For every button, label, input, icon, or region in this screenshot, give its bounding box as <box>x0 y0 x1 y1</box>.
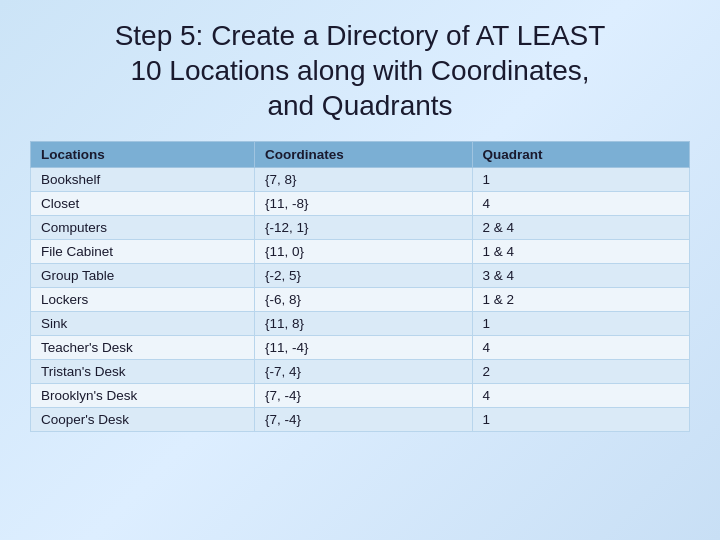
cell-quadrant: 4 <box>472 384 689 408</box>
cell-coordinates: {7, -4} <box>255 384 472 408</box>
table-row: Bookshelf{7, 8}1 <box>31 168 690 192</box>
table-row: Computers{-12, 1}2 & 4 <box>31 216 690 240</box>
cell-quadrant: 1 & 4 <box>472 240 689 264</box>
cell-location: Lockers <box>31 288 255 312</box>
cell-quadrant: 1 & 2 <box>472 288 689 312</box>
table-row: Cooper's Desk{7, -4}1 <box>31 408 690 432</box>
header-coordinates: Coordinates <box>255 142 472 168</box>
cell-location: Computers <box>31 216 255 240</box>
header-quadrant: Quadrant <box>472 142 689 168</box>
table-row: Closet{11, -8}4 <box>31 192 690 216</box>
table-row: Brooklyn's Desk{7, -4}4 <box>31 384 690 408</box>
page-title: Step 5: Create a Directory of AT LEAST 1… <box>30 18 690 123</box>
cell-location: Group Table <box>31 264 255 288</box>
table-row: Lockers{-6, 8}1 & 2 <box>31 288 690 312</box>
table-row: Group Table{-2, 5}3 & 4 <box>31 264 690 288</box>
cell-quadrant: 4 <box>472 336 689 360</box>
table-row: Sink{11, 8}1 <box>31 312 690 336</box>
cell-coordinates: {11, -8} <box>255 192 472 216</box>
cell-location: Brooklyn's Desk <box>31 384 255 408</box>
cell-quadrant: 2 <box>472 360 689 384</box>
cell-coordinates: {7, -4} <box>255 408 472 432</box>
header-locations: Locations <box>31 142 255 168</box>
cell-location: Bookshelf <box>31 168 255 192</box>
table-row: Tristan's Desk{-7, 4}2 <box>31 360 690 384</box>
cell-coordinates: {11, 8} <box>255 312 472 336</box>
cell-quadrant: 1 <box>472 168 689 192</box>
cell-location: Closet <box>31 192 255 216</box>
cell-location: Cooper's Desk <box>31 408 255 432</box>
table-row: Teacher's Desk{11, -4}4 <box>31 336 690 360</box>
cell-quadrant: 4 <box>472 192 689 216</box>
cell-quadrant: 1 <box>472 312 689 336</box>
cell-coordinates: {7, 8} <box>255 168 472 192</box>
cell-coordinates: {-7, 4} <box>255 360 472 384</box>
table-row: File Cabinet{11, 0}1 & 4 <box>31 240 690 264</box>
directory-table: Locations Coordinates Quadrant Bookshelf… <box>30 141 690 432</box>
cell-coordinates: {-2, 5} <box>255 264 472 288</box>
cell-location: File Cabinet <box>31 240 255 264</box>
cell-quadrant: 1 <box>472 408 689 432</box>
cell-coordinates: {11, 0} <box>255 240 472 264</box>
cell-coordinates: {11, -4} <box>255 336 472 360</box>
cell-location: Sink <box>31 312 255 336</box>
cell-coordinates: {-6, 8} <box>255 288 472 312</box>
cell-quadrant: 2 & 4 <box>472 216 689 240</box>
cell-location: Teacher's Desk <box>31 336 255 360</box>
cell-quadrant: 3 & 4 <box>472 264 689 288</box>
cell-location: Tristan's Desk <box>31 360 255 384</box>
cell-coordinates: {-12, 1} <box>255 216 472 240</box>
